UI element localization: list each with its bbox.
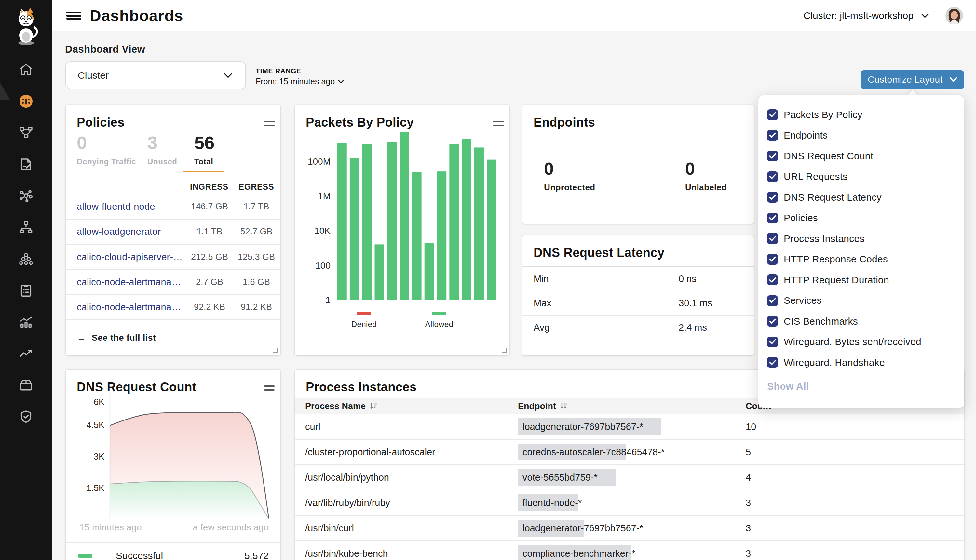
menu-item-wireguard-bytes-sent-received[interactable]: Wireguard. Bytes sent/received [758,332,964,353]
process-table-rows: curlloadgenerator-7697bb7567-*10/cluster… [295,414,964,560]
checkbox-checked[interactable] [767,172,778,182]
drag-handle-icon[interactable] [264,119,275,128]
process-name: /var/lib/ruby/bin/ruby [305,498,518,508]
policies-stat-denying-traffic[interactable]: 0Denying Traffic [77,134,136,166]
checkbox-checked[interactable] [767,275,778,285]
col-endpoint[interactable]: Endpoint [518,401,746,412]
menu-item-wireguard-handshake[interactable]: Wireguard. Handshake [758,352,964,373]
latency-row-max: Max30.1 ms [522,292,754,316]
menu-item-cis-benchmarks[interactable]: CIS Benchmarks [758,311,964,332]
checkbox-checked[interactable] [767,233,778,244]
total-tab-underline [182,171,224,172]
checkbox-checked[interactable] [767,357,778,368]
checkbox-checked[interactable] [767,192,778,203]
svg-text:1M: 1M [318,191,330,201]
policies-icon[interactable] [18,157,34,172]
resize-handle-icon[interactable] [502,348,507,353]
dashboards-icon[interactable] [18,93,34,109]
dns-latency-card-title: DNS Request Latency [534,246,664,260]
svg-text:1: 1 [325,295,330,305]
menu-item-http-response-codes[interactable]: HTTP Response Codes [758,249,964,270]
policy-row: allow-loadgenerator1.1 TB52.7 GB [66,219,280,244]
checkbox-checked[interactable] [767,337,778,347]
show-all-link[interactable]: Show All [767,381,809,392]
threat-defense-icon[interactable] [18,409,34,424]
trends-icon[interactable] [18,346,34,361]
menu-toggle-icon[interactable] [67,10,81,21]
svg-text:100M: 100M [308,157,330,167]
dns-count-area-chart: 1.5K3K4.5K6K15 minutes agoa few seconds … [66,370,280,543]
dns-latency-card: DNS Request Latency Min0 nsMax30.1 msAvg… [522,235,754,355]
service-graph-icon[interactable] [18,125,34,140]
process-name: /usr/bin/kube-bench [305,548,518,559]
policy-ingress: 146.7 GB [183,202,236,212]
nodes-icon[interactable] [18,188,34,203]
svg-text:10K: 10K [314,226,330,236]
endpoints-stat-unprotected: 0 Unprotected [544,160,596,193]
svg-text:100: 100 [315,260,330,270]
policy-link[interactable]: allow-fluentd-node [77,201,183,212]
policies-card-title: Policies [77,115,125,130]
see-full-list-link[interactable]: → See the full list [66,319,280,356]
svg-text:15 minutes ago: 15 minutes ago [79,522,142,532]
checkbox-checked[interactable] [767,295,778,306]
menu-item-endpoints[interactable]: Endpoints [758,125,964,146]
process-count: 5 [746,447,751,458]
policies-stat-unused[interactable]: 3Unused [147,134,177,166]
col-process-name[interactable]: Process Name [305,401,518,412]
policy-link[interactable]: calico-node-alertmana… [77,277,183,287]
checkbox-checked[interactable] [767,213,778,223]
resize-handle-icon[interactable] [273,348,278,353]
customize-layout-button[interactable]: Customize Layout [861,70,964,89]
menu-item-http-request-duration[interactable]: HTTP Request Duration [758,270,964,290]
legend-allowed[interactable]: Allowed [424,312,455,329]
col-egress: EGRESS [224,182,289,192]
svg-text:6K: 6K [94,397,104,407]
chevron-down-icon [921,13,929,18]
menu-item-packets-by-policy[interactable]: Packets By Policy [758,104,964,125]
legend-swatch-successful [78,554,92,558]
checkbox-checked[interactable] [767,316,778,327]
cluster-selector[interactable]: Cluster: jlt-msft-workshop [804,10,929,21]
policies-card: Policies 0Denying Traffic3Unused56Total … [66,105,280,355]
activity-icon[interactable] [18,314,34,330]
menu-item-dns-request-latency[interactable]: DNS Request Latency [758,187,964,208]
checkbox-checked[interactable] [767,254,778,265]
menu-item-policies[interactable]: Policies [758,208,964,228]
sort-icon [560,403,568,410]
menu-item-process-instances[interactable]: Process Instances [758,228,964,249]
policy-link[interactable]: calico-cloud-apiserver-… [77,252,183,262]
checkbox-checked[interactable] [767,109,778,120]
process-row: /usr/bin/kube-benchcompliance-benchmarke… [295,541,964,560]
policies-table-header: INGRESS EGRESS [66,172,280,194]
policies-stat-total[interactable]: 56Total [194,134,214,166]
network-sets-icon[interactable] [18,220,34,235]
time-range-value[interactable]: From: 15 minutes ago [256,77,344,86]
policy-link[interactable]: calico-node-alertmana… [77,302,183,313]
policy-row: calico-node-alertmana…92.2 KB91.2 KB [66,294,280,319]
top-header: Dashboards Cluster: jlt-msft-workshop [52,0,976,31]
inventory-icon[interactable] [18,377,34,393]
checkbox-checked[interactable] [767,130,778,141]
policies-table-rows: allow-fluentd-node146.7 GB1.7 TBallow-lo… [66,194,280,319]
process-endpoint: compliance-benchmarker-* [518,548,746,559]
policy-egress: 1.6 GB [235,277,278,287]
calico-cat-logo[interactable] [12,8,40,45]
compliance-reports-icon[interactable] [18,283,34,298]
policy-egress: 91.2 KB [235,302,278,312]
home-icon[interactable] [18,62,34,77]
policy-link[interactable]: allow-loadgenerator [77,226,183,237]
menu-item-dns-request-count[interactable]: DNS Request Count [758,146,964,167]
process-count: 3 [746,498,751,508]
chevron-down-icon [224,73,232,78]
legend-denied[interactable]: Denied [349,312,379,329]
user-avatar[interactable] [946,7,963,24]
workloads-icon[interactable] [18,251,34,267]
checkbox-checked[interactable] [767,150,778,161]
dashboard-view-select[interactable]: Cluster [65,62,246,90]
menu-item-services[interactable]: Services [758,290,964,311]
svg-text:4.5K: 4.5K [86,420,104,430]
menu-item-url-requests[interactable]: URL Requests [758,167,964,187]
process-card-title: Process Instances [306,380,417,394]
endpoints-card-title: Endpoints [534,115,595,130]
